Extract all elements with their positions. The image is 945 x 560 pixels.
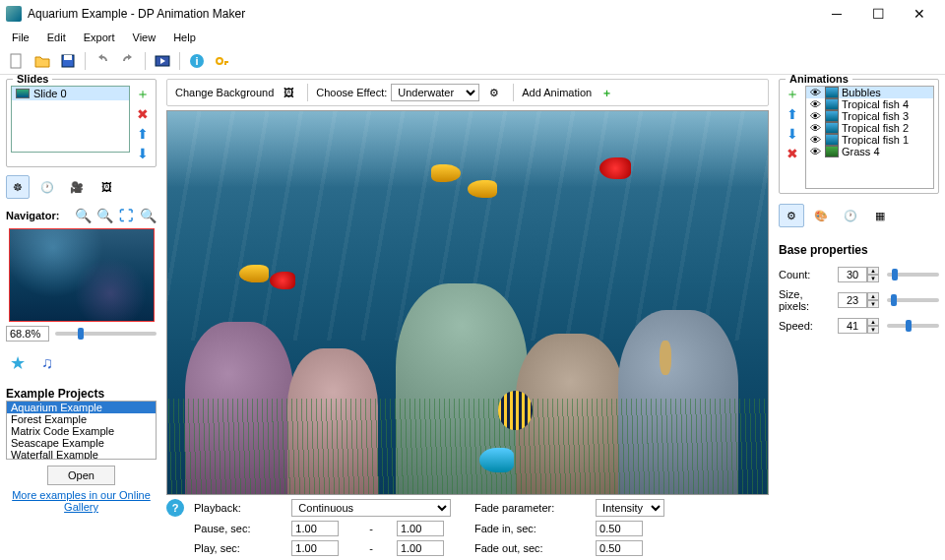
menubar: File Edit Export View Help — [0, 28, 945, 47]
spin-down-icon[interactable]: ▼ — [867, 326, 879, 334]
menu-view[interactable]: View — [125, 30, 164, 45]
close-button[interactable]: ✕ — [900, 3, 939, 25]
undo-icon[interactable] — [92, 50, 113, 72]
move-anim-up-icon[interactable]: ⬆ — [784, 105, 801, 123]
property-input[interactable] — [838, 292, 867, 308]
property-label: Size, pixels: — [779, 288, 834, 312]
menu-file[interactable]: File — [4, 30, 37, 45]
examples-list[interactable]: Aquarium Example Forest Example Matrix C… — [6, 401, 157, 460]
minimize-button[interactable]: ─ — [817, 3, 856, 25]
bounds-tab-icon[interactable]: ▦ — [867, 204, 893, 227]
clock-tab-icon[interactable]: 🕐 — [35, 175, 59, 199]
fade-param-select[interactable]: Intensity — [596, 499, 664, 517]
fade-out-input[interactable] — [596, 540, 643, 556]
canvas-viewport[interactable] — [166, 110, 769, 495]
play-icon[interactable] — [152, 50, 173, 72]
navigator-preview[interactable] — [9, 228, 155, 322]
property-spinner[interactable]: ▲▼ — [838, 292, 879, 308]
property-slider[interactable] — [887, 273, 939, 277]
camera-tab-icon[interactable]: 🎥 — [65, 175, 89, 199]
visibility-icon[interactable]: 👁 — [808, 122, 822, 134]
save-file-icon[interactable] — [57, 50, 79, 72]
move-anim-down-icon[interactable]: ⬇ — [784, 125, 801, 143]
zoom-actual-icon[interactable]: 🔍 — [139, 207, 157, 224]
gallery-link[interactable]: More examples in our Online Gallery — [6, 489, 157, 513]
pause-min-input[interactable] — [291, 521, 339, 536]
spin-up-icon[interactable]: ▲ — [867, 292, 879, 300]
visibility-icon[interactable]: 👁 — [808, 87, 822, 98]
wheel-tab-icon[interactable]: ☸ — [6, 175, 30, 199]
menu-edit[interactable]: Edit — [39, 30, 74, 45]
music-icon[interactable]: ♫ — [35, 351, 59, 375]
visibility-icon[interactable]: 👁 — [808, 110, 822, 122]
timing-tab-icon[interactable]: 🕐 — [838, 204, 863, 227]
move-slide-up-icon[interactable]: ⬆ — [134, 125, 152, 143]
fade-in-input[interactable] — [596, 521, 643, 536]
animation-item[interactable]: 👁Bubbles — [806, 87, 933, 98]
zoom-out-icon[interactable]: 🔍 — [95, 207, 113, 224]
example-item[interactable]: Matrix Code Example — [7, 425, 156, 437]
effect-settings-icon[interactable]: ⚙ — [483, 82, 505, 103]
maximize-button[interactable]: ☐ — [858, 3, 898, 25]
add-slide-icon[interactable]: ＋ — [134, 86, 152, 103]
image-tab-icon[interactable]: 🖼 — [94, 175, 118, 199]
zoom-value[interactable]: 68.8% — [6, 326, 49, 342]
palette-tab-icon[interactable]: 🎨 — [808, 204, 834, 227]
help-icon[interactable]: ? — [166, 499, 184, 517]
property-slider[interactable] — [887, 324, 939, 328]
open-file-icon[interactable] — [32, 50, 53, 72]
animations-list[interactable]: 👁Bubbles 👁Tropical fish 4 👁Tropical fish… — [805, 86, 934, 189]
animation-item[interactable]: 👁Tropical fish 1 — [806, 134, 933, 146]
key-icon[interactable] — [212, 50, 233, 72]
playback-mode-select[interactable]: Continuous — [291, 499, 451, 517]
gear-tab-icon[interactable]: ⚙ — [779, 204, 804, 227]
play-max-input[interactable] — [397, 540, 444, 556]
new-file-icon[interactable] — [6, 50, 28, 72]
zoom-slider[interactable] — [55, 332, 157, 336]
example-item[interactable]: Aquarium Example — [7, 402, 156, 413]
svg-rect-2 — [64, 55, 72, 60]
anim-thumb-icon — [825, 146, 839, 157]
example-item[interactable]: Forest Example — [7, 413, 156, 425]
info-icon[interactable]: i — [186, 50, 208, 72]
pause-label: Pause, sec: — [194, 523, 285, 534]
animations-panel: Animations ＋ ⬆ ⬇ ✖ 👁Bubbles 👁Tropical fi… — [779, 79, 939, 194]
open-example-button[interactable]: Open — [47, 466, 115, 485]
visibility-icon[interactable]: 👁 — [808, 98, 822, 110]
example-item[interactable]: Seascape Example — [7, 437, 156, 449]
add-animation-btn-icon[interactable]: ＋ — [784, 86, 801, 103]
property-spinner[interactable]: ▲▼ — [838, 318, 879, 334]
spin-down-icon[interactable]: ▼ — [867, 275, 879, 282]
pause-max-input[interactable] — [397, 521, 444, 536]
animation-item[interactable]: 👁Tropical fish 3 — [806, 110, 933, 122]
delete-anim-icon[interactable]: ✖ — [784, 145, 801, 162]
visibility-icon[interactable]: 👁 — [808, 146, 822, 157]
property-input[interactable] — [838, 318, 867, 334]
animation-item[interactable]: 👁Tropical fish 2 — [806, 122, 933, 134]
effect-select[interactable]: Underwater — [391, 84, 479, 101]
spin-down-icon[interactable]: ▼ — [867, 300, 879, 308]
animation-item[interactable]: 👁Tropical fish 4 — [806, 98, 933, 110]
slides-list[interactable]: Slide 0 — [11, 86, 130, 153]
example-item[interactable]: Waterfall Example — [7, 449, 156, 460]
play-min-input[interactable] — [291, 540, 339, 556]
slide-item[interactable]: Slide 0 — [12, 87, 129, 100]
change-bg-icon[interactable]: 🖼 — [278, 82, 299, 103]
delete-slide-icon[interactable]: ✖ — [134, 105, 152, 123]
add-animation-icon[interactable]: ＋ — [596, 82, 617, 103]
fit-icon[interactable]: ⛶ — [117, 207, 135, 224]
visibility-icon[interactable]: 👁 — [808, 134, 822, 146]
menu-export[interactable]: Export — [76, 30, 123, 45]
redo-icon[interactable] — [117, 50, 139, 72]
property-spinner[interactable]: ▲▼ — [838, 267, 879, 282]
animation-item[interactable]: 👁Grass 4 — [806, 146, 933, 157]
property-input[interactable] — [838, 267, 867, 282]
zoom-in-icon[interactable]: 🔍 — [74, 207, 92, 224]
spin-up-icon[interactable]: ▲ — [867, 318, 879, 326]
star-icon[interactable]: ★ — [6, 351, 30, 375]
property-label: Count: — [779, 269, 834, 280]
spin-up-icon[interactable]: ▲ — [867, 267, 879, 275]
menu-help[interactable]: Help — [165, 30, 204, 45]
move-slide-down-icon[interactable]: ⬇ — [134, 145, 152, 162]
property-slider[interactable] — [887, 298, 939, 302]
